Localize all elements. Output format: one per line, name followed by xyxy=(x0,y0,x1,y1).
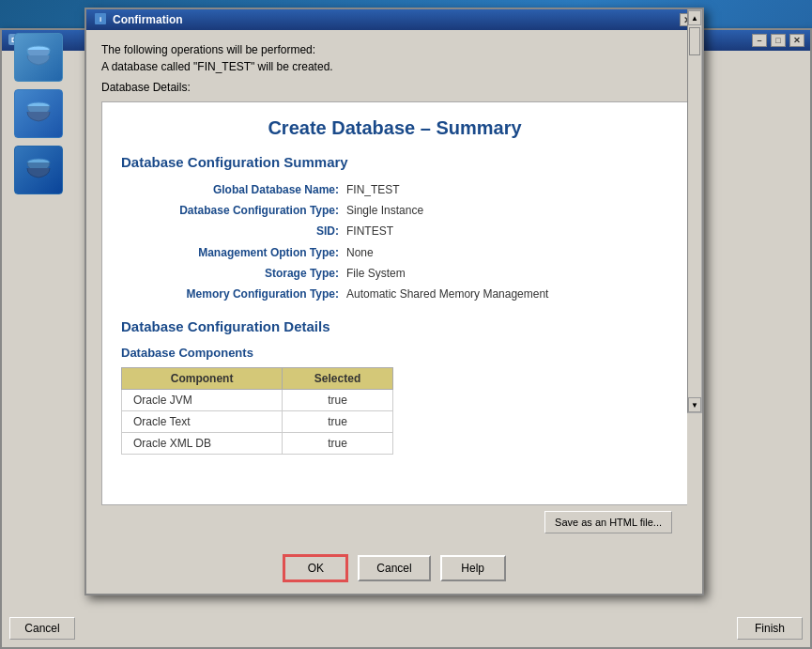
config-row: Memory Configuration Type:Automatic Shar… xyxy=(121,286,668,303)
config-row: Storage Type:File System xyxy=(121,265,668,283)
main-cancel-button[interactable]: Cancel xyxy=(9,617,75,640)
main-window-bottom-bar: Cancel Finish xyxy=(9,617,803,640)
col-header-selected: Selected xyxy=(283,368,393,390)
main-finish-button[interactable]: Finish xyxy=(737,617,803,640)
minimize-button[interactable]: – xyxy=(752,34,767,47)
config-value: None xyxy=(346,244,374,262)
dialog-title-icon: i xyxy=(94,12,107,28)
config-label: Database Configuration Type: xyxy=(121,202,346,220)
close-button[interactable]: ✕ xyxy=(789,34,804,47)
scrollbar-down-arrow[interactable]: ▼ xyxy=(688,397,701,412)
config-value: FIN_TEST xyxy=(346,181,400,199)
content-area: Create Database – Summary Database Confi… xyxy=(101,101,687,505)
ok-button[interactable]: OK xyxy=(283,554,348,582)
config-value: FINTEST xyxy=(346,223,393,240)
dialog-message: The following operations will be perform… xyxy=(101,41,687,96)
database-icon xyxy=(23,42,54,72)
scrollbar-track xyxy=(688,27,701,399)
config-row: Global Database Name:FIN_TEST xyxy=(121,181,668,199)
component-name: Oracle JVM xyxy=(122,390,283,411)
database-icon-2 xyxy=(23,99,54,129)
col-header-component: Component xyxy=(122,368,283,390)
config-label: Global Database Name: xyxy=(121,181,346,199)
scrollbar-up-arrow[interactable]: ▲ xyxy=(688,10,701,25)
config-label: Memory Configuration Type: xyxy=(121,286,346,303)
dialog-message-line3: Database Details: xyxy=(101,79,687,96)
dialog-footer: OK Cancel Help xyxy=(86,545,702,594)
dialog-body: The following operations will be perform… xyxy=(86,30,702,545)
scrollbar[interactable]: ▲ ▼ xyxy=(687,9,702,413)
table-row: Oracle JVMtrue xyxy=(122,390,393,411)
dialog-titlebar: i Confirmation ✕ xyxy=(86,9,702,30)
help-button[interactable]: Help xyxy=(440,555,506,581)
component-selected: true xyxy=(283,433,393,455)
config-label: SID: xyxy=(121,223,346,240)
table-row: Oracle Texttrue xyxy=(122,411,393,433)
config-label: Storage Type: xyxy=(121,265,346,283)
config-value: Single Instance xyxy=(346,202,423,220)
config-row: SID:FINTEST xyxy=(121,223,668,240)
config-value: File System xyxy=(346,265,406,283)
content-wrapper: Create Database – Summary Database Confi… xyxy=(101,101,687,505)
database-icon-3 xyxy=(23,155,54,185)
dialog-title: Confirmation xyxy=(113,13,183,26)
confirmation-dialog: i Confirmation ✕ The following operation… xyxy=(84,8,704,595)
table-row: Oracle XML DBtrue xyxy=(122,433,393,455)
components-table: Component Selected Oracle JVMtrueOracle … xyxy=(121,367,393,455)
config-row: Management Option Type:None xyxy=(121,244,668,262)
config-rows: Global Database Name:FIN_TESTDatabase Co… xyxy=(121,181,668,303)
subsection-heading: Database Components xyxy=(121,346,668,360)
dialog-message-line2: A database called "FIN_TEST" will be cre… xyxy=(101,58,687,75)
section-heading-1: Database Configuration Summary xyxy=(121,154,668,170)
component-name: Oracle XML DB xyxy=(122,433,283,455)
config-label: Management Option Type: xyxy=(121,244,346,262)
config-row: Database Configuration Type:Single Insta… xyxy=(121,202,668,220)
components-tbody: Oracle JVMtrueOracle TexttrueOracle XML … xyxy=(122,390,393,455)
section-heading-2: Database Configuration Details xyxy=(121,318,668,334)
page-title: Create Database – Summary xyxy=(121,117,668,139)
component-selected: true xyxy=(283,390,393,411)
save-row: Save as an HTML file... xyxy=(101,511,687,533)
maximize-button[interactable]: □ xyxy=(771,34,786,47)
scrollbar-thumb[interactable] xyxy=(689,27,700,55)
main-window-controls: – □ ✕ xyxy=(752,34,804,47)
save-as-html-button[interactable]: Save as an HTML file... xyxy=(544,511,672,533)
config-value: Automatic Shared Memory Management xyxy=(346,286,548,303)
config-table: Global Database Name:FIN_TESTDatabase Co… xyxy=(121,181,668,303)
svg-text:i: i xyxy=(100,15,101,23)
cancel-button[interactable]: Cancel xyxy=(358,555,430,581)
dialog-message-line1: The following operations will be perform… xyxy=(101,41,687,58)
component-selected: true xyxy=(283,411,393,433)
component-name: Oracle Text xyxy=(122,411,283,433)
